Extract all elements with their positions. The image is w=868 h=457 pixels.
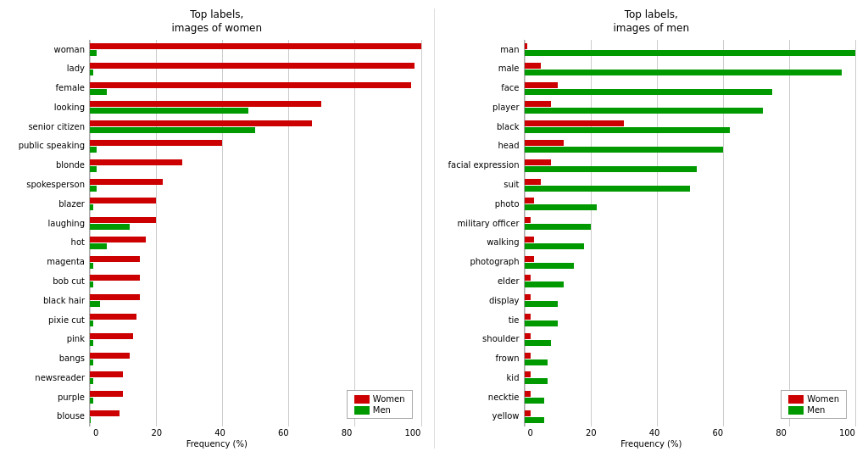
y-label-0-9: laughing (13, 220, 85, 228)
chart-title-0: Top labels,images of women (171, 8, 262, 35)
bar-men-1-3 (525, 108, 763, 114)
y-label-1-12: elder (448, 277, 520, 286)
y-label-1-8: photo (448, 200, 520, 209)
y-label-0-12: bob cut (13, 277, 85, 286)
y-label-0-3: looking (13, 103, 85, 112)
bar-men-1-9 (525, 224, 591, 230)
bar-row-0-13 (90, 291, 421, 310)
bar-row-0-4 (90, 117, 421, 137)
bar-women-1-19 (525, 410, 531, 416)
bar-women-0-17 (90, 371, 123, 377)
bar-women-1-3 (525, 101, 551, 107)
y-label-1-9: military officer (448, 220, 520, 228)
bar-row-0-17 (90, 368, 421, 387)
y-label-0-7: spokesperson (13, 181, 85, 189)
bar-row-1-14 (525, 310, 856, 330)
x-tick-0-5: 100 (404, 428, 420, 437)
y-label-1-19: yellow (448, 412, 520, 421)
x-tick-0-3: 60 (278, 428, 289, 437)
x-axis-label-0: Frequency (%) (186, 439, 248, 449)
bar-men-0-10 (90, 243, 107, 249)
bar-men-0-5 (90, 147, 97, 153)
bar-row-1-0 (525, 40, 856, 59)
x-tick-0-1: 20 (151, 428, 162, 437)
bar-women-0-1 (90, 63, 415, 69)
bar-women-1-8 (525, 198, 535, 203)
charts-container: Top labels,images of womenwomanladyfemal… (0, 0, 868, 457)
bar-men-0-13 (90, 301, 100, 307)
bar-men-1-1 (525, 70, 843, 75)
y-label-0-1: lady (13, 64, 85, 73)
bar-row-1-15 (525, 330, 856, 349)
bar-men-1-7 (525, 186, 690, 192)
chart-panel-0: Top labels,images of womenwomanladyfemal… (4, 8, 430, 449)
bar-rows-0 (90, 40, 421, 426)
chart-area-1: manmalefaceplayerblackheadfacial express… (448, 40, 856, 426)
bar-men-0-12 (90, 281, 93, 287)
bar-men-1-8 (525, 204, 598, 210)
bar-women-1-2 (525, 82, 558, 88)
x-tick-1-3: 60 (712, 428, 723, 437)
bar-women-1-14 (525, 314, 531, 320)
y-label-1-16: frown (448, 354, 520, 363)
bar-women-1-6 (525, 159, 551, 165)
bar-row-0-14 (90, 310, 421, 330)
bar-women-0-0 (90, 43, 421, 49)
bar-row-0-9 (90, 214, 421, 233)
y-label-1-4: black (448, 123, 520, 131)
bar-women-1-17 (525, 371, 531, 377)
chart-divider (434, 8, 435, 449)
bar-women-1-9 (525, 217, 531, 223)
y-label-0-13: black hair (13, 297, 85, 305)
bar-women-1-16 (525, 353, 531, 359)
bar-women-0-15 (90, 333, 133, 339)
bars-grid-1 (524, 40, 856, 426)
bar-men-0-14 (90, 320, 93, 326)
y-label-0-10: hot (13, 238, 85, 247)
bar-men-1-11 (525, 263, 575, 269)
bar-women-0-13 (90, 294, 140, 300)
bar-women-1-5 (525, 140, 565, 146)
y-labels-1: manmalefaceplayerblackheadfacial express… (448, 40, 524, 426)
bar-women-1-12 (525, 275, 531, 281)
bar-row-1-12 (525, 272, 856, 292)
bar-men-0-17 (90, 378, 93, 384)
y-label-0-5: public speaking (13, 142, 85, 150)
bar-row-1-1 (525, 59, 856, 79)
bar-row-0-3 (90, 98, 421, 118)
bar-row-1-13 (525, 291, 856, 310)
bar-row-1-17 (525, 368, 856, 387)
bar-men-1-4 (525, 127, 730, 133)
x-axis-area-1: 020406080100Frequency (%) (448, 428, 856, 449)
x-tick-0-4: 80 (342, 428, 353, 437)
bar-women-0-6 (90, 159, 182, 165)
x-tick-0-2: 40 (214, 428, 225, 437)
y-label-0-0: woman (13, 46, 85, 54)
y-label-1-14: tie (448, 316, 520, 325)
bar-row-1-3 (525, 98, 856, 118)
bar-row-1-19 (525, 407, 856, 426)
bar-row-0-2 (90, 79, 421, 98)
bar-men-0-3 (90, 108, 248, 114)
y-label-1-2: face (448, 84, 520, 92)
bar-men-1-14 (525, 320, 558, 326)
bar-row-0-1 (90, 59, 421, 79)
bar-row-0-18 (90, 387, 421, 407)
y-label-0-11: magenta (13, 258, 85, 266)
chart-title-1: Top labels,images of men (613, 8, 689, 35)
bar-women-0-4 (90, 120, 312, 126)
y-label-0-6: blonde (13, 161, 85, 170)
bar-row-0-0 (90, 40, 421, 59)
bar-women-0-3 (90, 101, 321, 107)
bar-men-1-17 (525, 378, 548, 384)
bar-men-0-7 (90, 186, 97, 192)
bar-men-1-2 (525, 89, 773, 95)
y-label-0-17: newsreader (13, 374, 85, 382)
bar-women-0-2 (90, 82, 411, 88)
bar-men-0-9 (90, 224, 130, 230)
bar-row-0-11 (90, 253, 421, 272)
bar-women-1-15 (525, 333, 531, 339)
x-axis-area-0: 020406080100Frequency (%) (13, 428, 421, 449)
y-label-0-19: blouse (13, 412, 85, 421)
bar-men-0-1 (90, 70, 93, 75)
